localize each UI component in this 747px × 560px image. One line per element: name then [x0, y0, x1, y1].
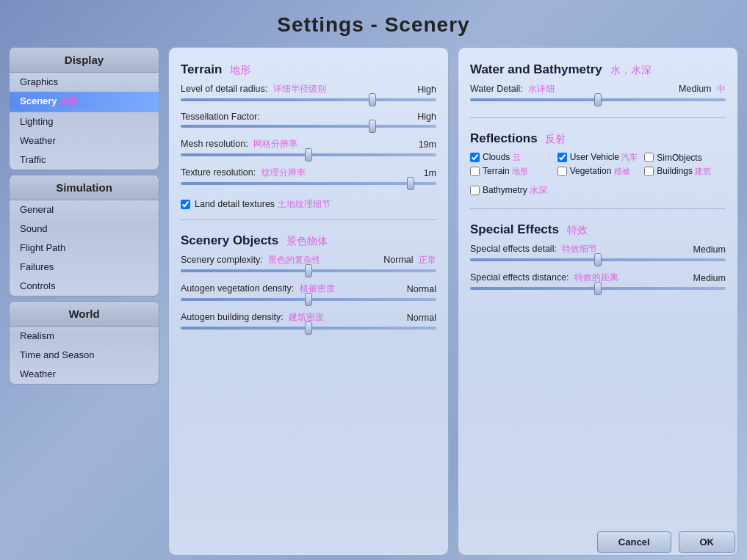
sidebar-item-weather-world[interactable]: Weather	[10, 365, 159, 384]
vegetation-density-slider[interactable]	[181, 298, 436, 301]
check-user-vehicle: User Vehicle 汽车	[557, 152, 639, 163]
sidebar-item-controls[interactable]: Controls	[10, 277, 159, 296]
land-detail-checkbox[interactable]	[181, 200, 190, 209]
setting-scenery-complexity: Scenery complexity: 景色的复杂性 Normal 正常	[181, 254, 436, 274]
bathymetry-checkbox[interactable]	[470, 186, 480, 195]
lod-radius-thumb[interactable]	[369, 93, 376, 106]
texture-resolution-thumb[interactable]	[407, 177, 414, 190]
buildings-checkbox[interactable]	[644, 167, 654, 176]
terrain-title: Terrain 地形	[181, 62, 436, 77]
lod-radius-slider[interactable]	[181, 98, 436, 101]
water-detail-slider[interactable]	[470, 98, 726, 101]
sidebar-item-weather-display[interactable]: Weather	[10, 131, 159, 150]
sidebar-section-world: World Realism Time and Season Weather	[9, 301, 159, 385]
simobjects-checkbox[interactable]	[644, 153, 654, 162]
divider-3	[470, 208, 726, 209]
tessellation-slider[interactable]	[181, 125, 436, 128]
vegetation-checkbox[interactable]	[557, 167, 567, 176]
sidebar-item-graphics[interactable]: Graphics	[10, 73, 159, 92]
special-effects-distance-thumb[interactable]	[594, 282, 602, 295]
divider-1	[181, 219, 436, 220]
setting-building-density: Autogen building density: 建筑密度 Normal	[181, 311, 436, 331]
mesh-resolution-slider[interactable]	[181, 153, 436, 156]
special-effects-detail-slider[interactable]	[470, 258, 726, 261]
divider-2	[470, 117, 726, 118]
sidebar-item-realism[interactable]: Realism	[10, 327, 159, 346]
setting-tessellation: Tessellation Factor: High	[181, 112, 436, 129]
setting-special-effects-detail: Special effects detail: 特效细节 Medium	[470, 243, 726, 263]
setting-water-detail: Water Detail: 水详细 Medium 中	[470, 83, 726, 103]
scenery-complexity-slider[interactable]	[181, 269, 436, 272]
land-detail-row: Land detail textures 土地纹理细节	[181, 198, 436, 211]
scenery-complexity-thumb[interactable]	[305, 264, 312, 277]
sidebar-item-traffic[interactable]: Traffic	[10, 150, 159, 170]
sidebar-item-flight-path[interactable]: Flight Path	[10, 239, 159, 258]
setting-vegetation-density: Autogen vegetation density: 植被密度 Normal	[181, 283, 436, 302]
cancel-button[interactable]: Cancel	[597, 531, 671, 553]
terrain-checkbox[interactable]	[470, 167, 480, 176]
check-simobjects: SimObjects	[644, 152, 726, 163]
clouds-checkbox[interactable]	[470, 153, 480, 162]
scenery-objects-title: Scenery Objects 景色物体	[181, 233, 436, 248]
page-title: Settings - Scenery	[0, 0, 747, 47]
sidebar-item-general[interactable]: General	[10, 200, 159, 219]
check-vegetation: Vegetation 植被	[557, 166, 639, 177]
reflections-title: Reflections 反射	[470, 131, 726, 146]
sidebar-header-simulation: Simulation	[10, 175, 159, 200]
reflections-grid: Clouds 云 User Vehicle 汽车 SimObjects Terr…	[470, 152, 726, 177]
sidebar-item-failures[interactable]: Failures	[10, 258, 159, 277]
right-panel: Water and Bathymetry 水，水深 Water Detail: …	[458, 47, 738, 556]
setting-lod-radius: Level of detail radius: 详细半径级别 High	[181, 83, 436, 103]
left-panel: Terrain 地形 Level of detail radius: 详细半径级…	[168, 47, 449, 556]
user-vehicle-checkbox[interactable]	[557, 153, 567, 162]
bottom-bar: Cancel OK	[585, 524, 747, 560]
special-effects-distance-slider[interactable]	[470, 287, 726, 290]
sidebar-item-lighting[interactable]: Lighting	[10, 112, 159, 131]
sidebar: Display Graphics Scenery 风景 Lighting Wea…	[9, 47, 159, 556]
building-density-slider[interactable]	[181, 327, 436, 330]
check-buildings: Buildings 建筑	[644, 166, 726, 177]
water-detail-thumb[interactable]	[594, 93, 602, 106]
sidebar-header-world: World	[10, 302, 159, 327]
sidebar-item-sound[interactable]: Sound	[10, 219, 159, 239]
check-clouds: Clouds 云	[470, 152, 552, 163]
sidebar-section-display: Display Graphics Scenery 风景 Lighting Wea…	[9, 47, 159, 170]
texture-resolution-slider[interactable]	[181, 182, 436, 185]
sidebar-section-simulation: Simulation General Sound Flight Path Fai…	[9, 175, 159, 297]
sidebar-item-scenery[interactable]: Scenery 风景	[10, 92, 159, 112]
check-terrain: Terrain 地形	[470, 166, 552, 177]
sidebar-item-time-and-season[interactable]: Time and Season	[10, 346, 159, 365]
vegetation-density-thumb[interactable]	[305, 293, 312, 306]
setting-texture-resolution: Texture resolution: 纹理分辨率 1m	[181, 167, 436, 186]
water-title: Water and Bathymetry 水，水深	[470, 62, 726, 77]
ok-button[interactable]: OK	[679, 531, 736, 553]
setting-mesh-resolution: Mesh resolution: 网格分辨率 19m	[181, 138, 436, 158]
check-bathymetry-row: Bathymetry 水深	[470, 184, 726, 197]
building-density-thumb[interactable]	[305, 321, 312, 335]
special-effects-detail-thumb[interactable]	[594, 253, 602, 266]
setting-special-effects-distance: Special effects distance: 特效的距离 Medium	[470, 272, 726, 291]
sidebar-header-display: Display	[10, 48, 159, 73]
mesh-resolution-thumb[interactable]	[305, 148, 312, 161]
special-effects-title: Special Effects 特效	[470, 222, 726, 237]
tessellation-thumb[interactable]	[369, 120, 376, 133]
